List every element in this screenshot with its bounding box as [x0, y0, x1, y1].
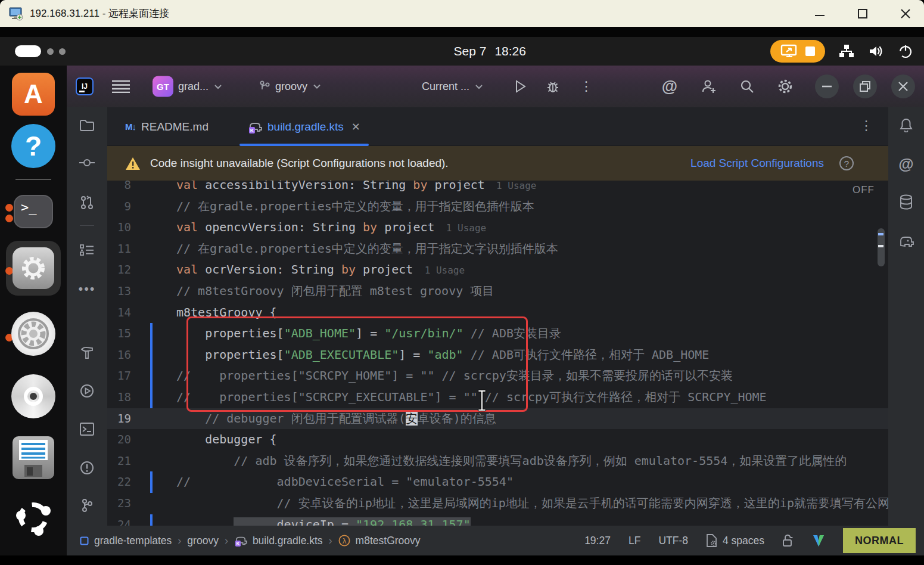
- tab-options-button[interactable]: ⋮: [860, 118, 873, 134]
- code-line-21[interactable]: 21 // adb 设备序列，如果您通过数据线连接则需要填写adb设备序列，例如…: [107, 451, 888, 472]
- terminal-tool-button[interactable]: [75, 417, 99, 441]
- rdp-minimize-button[interactable]: [812, 6, 827, 21]
- pull-requests-tool-button[interactable]: [75, 191, 99, 215]
- ide-restore-button[interactable]: [853, 74, 877, 98]
- line-separator-widget[interactable]: LF: [629, 535, 640, 547]
- line-number[interactable]: 11: [107, 238, 131, 260]
- line-number[interactable]: 20: [107, 429, 131, 451]
- dock-app-a[interactable]: A: [12, 73, 55, 116]
- line-number[interactable]: 14: [107, 302, 131, 324]
- dock-floppy[interactable]: [13, 436, 54, 479]
- code-line-10[interactable]: 10val opencvVersion: String by project 1…: [107, 217, 888, 238]
- screen-share-indicator[interactable]: [770, 40, 825, 63]
- problems-tool-button[interactable]: [75, 456, 99, 480]
- vim-mode-badge[interactable]: NORMAL: [843, 528, 916, 553]
- volume-icon[interactable]: [868, 44, 885, 59]
- dock-help[interactable]: ?: [11, 124, 55, 168]
- code-line-23[interactable]: 23 // 安卓设备的ip地址，这里是局域网的ip地址，如果是云手机的话可能需要…: [107, 493, 888, 514]
- workspace-dot[interactable]: [59, 48, 66, 55]
- line-number[interactable]: 23: [107, 493, 131, 514]
- dock-cd[interactable]: [11, 374, 55, 418]
- code-line-22[interactable]: 22// adbDeviceSerial = "emulator-5554": [107, 471, 888, 493]
- indent-widget[interactable]: 4 spaces: [706, 534, 764, 547]
- line-number[interactable]: 12: [107, 259, 131, 281]
- vcs-widget[interactable]: groovy: [259, 80, 321, 93]
- breadcrumb-groovy[interactable]: groovy: [187, 535, 219, 547]
- line-number[interactable]: 21: [107, 451, 131, 472]
- commit-icon: [79, 159, 95, 167]
- code-line-9[interactable]: 9// 在gradle.properties中定义的变量，用于指定图色插件版本: [107, 196, 888, 218]
- commit-tool-button[interactable]: [75, 151, 99, 175]
- line-number[interactable]: 17: [107, 365, 131, 387]
- line-number[interactable]: 24: [107, 514, 131, 526]
- build-tool-button[interactable]: [75, 341, 99, 365]
- window-close-icon: [891, 74, 915, 98]
- tab-build-gradle-kts[interactable]: K build.gradle.kts ✕: [239, 107, 369, 146]
- main-menu-button[interactable]: [112, 80, 130, 93]
- project-widget[interactable]: GT grad...: [153, 76, 222, 97]
- code-line-24[interactable]: 24 deviceIp = "192.168.31.157": [107, 514, 888, 526]
- code-line-20[interactable]: 20 debugger {: [107, 429, 888, 451]
- breadcrumb-module[interactable]: gradle-templates: [80, 535, 172, 547]
- dock-terminal[interactable]: >_: [14, 195, 53, 228]
- clock[interactable]: Sep 7 18:26: [454, 37, 526, 66]
- debug-button[interactable]: [542, 76, 564, 97]
- tab-label: README.md: [141, 120, 209, 134]
- database-tool-button[interactable]: [894, 190, 918, 214]
- breadcrumb-closure[interactable]: λ m8testGroovy: [338, 535, 421, 547]
- ai-assistant-button[interactable]: @: [659, 76, 680, 97]
- line-number[interactable]: 8: [107, 181, 131, 196]
- ai-assistant-tool-button[interactable]: @: [894, 152, 918, 176]
- structure-tool-button[interactable]: [75, 238, 99, 262]
- code-with-me-button[interactable]: [698, 76, 720, 97]
- line-number[interactable]: 13: [107, 281, 131, 302]
- caret-position-widget[interactable]: 19:27: [584, 535, 611, 547]
- run-button[interactable]: [510, 76, 531, 97]
- breadcrumb-file[interactable]: K build.gradle.kts: [234, 535, 323, 547]
- services-tool-button[interactable]: [75, 379, 99, 403]
- rdp-close-button[interactable]: [898, 6, 913, 21]
- rdp-titlebar[interactable]: 192.168.31.211 - 远程桌面连接: [0, 0, 924, 27]
- ide-minimize-button[interactable]: [815, 74, 839, 98]
- code-line-12[interactable]: 12val ocrVersion: String by project 1 Us…: [107, 259, 888, 281]
- code-line-8[interactable]: 8val accessibilityVersion: String by pro…: [107, 181, 888, 196]
- load-script-configurations-link[interactable]: Load Script Configurations: [690, 157, 824, 170]
- dock-ubuntu[interactable]: [14, 498, 53, 537]
- help-circle-icon[interactable]: ?: [839, 156, 854, 170]
- power-icon[interactable]: [898, 44, 913, 59]
- line-number[interactable]: 10: [107, 217, 131, 238]
- line-number[interactable]: 15: [107, 323, 131, 344]
- dock-system-tools[interactable]: [11, 312, 55, 356]
- workspace-dot[interactable]: [47, 48, 54, 55]
- settings-button[interactable]: [774, 76, 796, 97]
- run-configuration-selector[interactable]: Current ...: [417, 80, 483, 93]
- intellij-logo[interactable]: IJ: [76, 77, 94, 95]
- desktop: A ? >_: [0, 66, 924, 565]
- line-number[interactable]: 16: [107, 344, 131, 366]
- more-actions-button[interactable]: ⋮: [575, 76, 597, 97]
- rdp-maximize-button[interactable]: [855, 6, 870, 21]
- line-number[interactable]: 19: [107, 408, 131, 430]
- line-number[interactable]: 18: [107, 387, 131, 408]
- git-tool-button[interactable]: [75, 493, 99, 517]
- notifications-button[interactable]: [894, 113, 918, 137]
- workspace-indicator[interactable]: [15, 45, 41, 57]
- left-tool-stripe: •••: [67, 107, 107, 526]
- code-editor[interactable]: 8val accessibilityVersion: String by pro…: [107, 181, 888, 526]
- dock-settings[interactable]: [13, 247, 54, 289]
- ide-close-button[interactable]: [891, 74, 915, 98]
- gradle-tool-button[interactable]: [894, 229, 918, 253]
- network-icon[interactable]: [838, 44, 855, 59]
- readonly-lock-widget[interactable]: [782, 533, 794, 548]
- tab-readme[interactable]: M↓ README.md: [117, 107, 217, 146]
- search-everywhere-button[interactable]: [736, 76, 758, 97]
- tab-close-icon[interactable]: ✕: [351, 120, 360, 134]
- line-number[interactable]: 9: [107, 196, 131, 218]
- code-line-11[interactable]: 11// 在gradle.properties中定义的变量，用于指定文字识别插件…: [107, 238, 888, 260]
- ideavim-widget[interactable]: [812, 534, 825, 547]
- code-line-13[interactable]: 13// m8testGroovy 闭包用于配置 m8test groovy 项…: [107, 281, 888, 302]
- more-tool-windows-button[interactable]: •••: [75, 277, 99, 301]
- encoding-widget[interactable]: UTF-8: [658, 535, 688, 547]
- line-number[interactable]: 22: [107, 471, 131, 493]
- project-tool-button[interactable]: [75, 113, 99, 137]
